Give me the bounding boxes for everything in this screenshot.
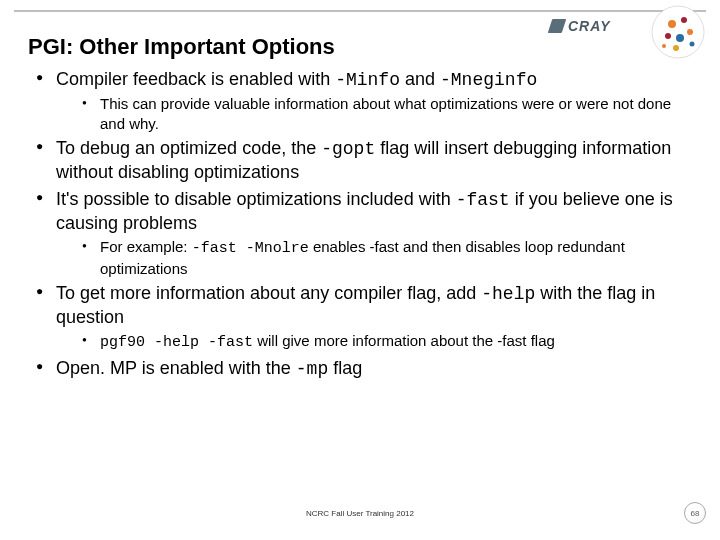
bullet-text: To get more information about any compil… [56,283,481,303]
decorative-orb-icon [650,4,706,60]
page-number: 68 [684,502,706,524]
code-span: -mp [296,359,328,379]
cray-logo: CRAY [550,18,611,34]
bullet-text: Compiler feedback is enabled with [56,69,335,89]
svg-point-8 [662,44,666,48]
logo-mark [548,19,567,33]
top-divider [14,10,706,12]
sub-bullet-text: For example: [100,238,192,255]
sub-bullet-item: For example: -fast -Mnolre enables -fast… [82,237,692,278]
svg-point-7 [690,42,695,47]
code-span: -Minfo [335,70,400,90]
svg-point-1 [668,20,676,28]
code-span: -fast [456,190,510,210]
code-span: -fast -Mnolre [192,240,309,257]
bullet-text: and [400,69,440,89]
sub-bullet-text: This can provide valuable information ab… [100,95,671,132]
footer-text: NCRC Fall User Training 2012 [0,509,720,518]
slide: CRAY PGI: Other Important Options Compil… [0,0,720,540]
bullet-item: To debug an optimized code, the -gopt fl… [36,137,692,184]
bullet-text: flag [328,358,362,378]
svg-point-2 [681,17,687,23]
logo-text: CRAY [568,18,611,34]
bullet-item: To get more information about any compil… [36,282,692,353]
bullet-text: Open. MP is enabled with the [56,358,296,378]
bullet-text: It's possible to disable optimizations i… [56,189,456,209]
svg-point-3 [687,29,693,35]
code-span: pgf90 -help -fast [100,334,253,351]
bullet-list: Compiler feedback is enabled with -Minfo… [28,68,692,381]
svg-point-6 [673,45,679,51]
code-span: -gopt [321,139,375,159]
brand-block: CRAY [550,14,700,54]
svg-point-4 [676,34,684,42]
code-span: -Mneginfo [440,70,537,90]
code-span: -help [481,284,535,304]
sub-bullet-text: will give more information about the -fa… [253,332,555,349]
sub-bullet-item: This can provide valuable information ab… [82,94,692,133]
bullet-item: Compiler feedback is enabled with -Minfo… [36,68,692,133]
svg-point-5 [665,33,671,39]
bullet-text: To debug an optimized code, the [56,138,321,158]
sub-bullet-item: pgf90 -help -fast will give more informa… [82,331,692,353]
bullet-item: Open. MP is enabled with the -mp flag [36,357,692,381]
bullet-item: It's possible to disable optimizations i… [36,188,692,278]
